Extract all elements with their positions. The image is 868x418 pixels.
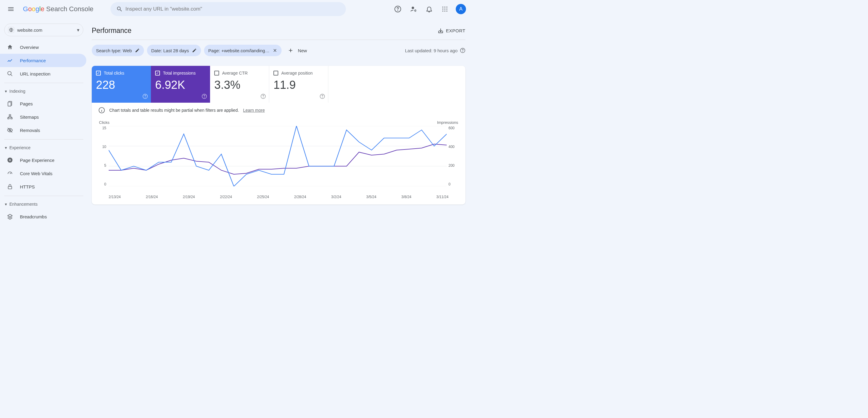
help-icon[interactable] <box>202 94 207 100</box>
sidebar-item-url-inspection[interactable]: URL inspection <box>0 67 86 80</box>
help-icon[interactable] <box>320 94 325 100</box>
group-label: Enhancements <box>9 202 37 207</box>
performance-card: Total clicks 228 Total impressions 6.92K <box>92 66 465 205</box>
svg-rect-18 <box>8 118 9 119</box>
svg-point-4 <box>442 7 443 7</box>
help-icon[interactable] <box>143 94 148 100</box>
help-button[interactable] <box>391 2 405 16</box>
nav-group-experience[interactable]: ▾ Experience <box>0 142 88 153</box>
property-selector[interactable]: website.com ▾ <box>4 24 83 36</box>
search-icon <box>7 71 13 77</box>
svg-point-28 <box>204 97 205 97</box>
chart: Clicks Impressions 15 10 5 0 600 400 200… <box>92 116 465 205</box>
plus-icon <box>288 48 294 54</box>
filter-page[interactable]: Page: +website.com/landing… <box>204 45 282 56</box>
metric-value: 11.9 <box>273 79 324 91</box>
group-label: Indexing <box>9 89 25 94</box>
chart-line-icon <box>7 57 13 63</box>
page-title: Performance <box>92 27 132 35</box>
sidebar-item-label: Overview <box>20 45 39 50</box>
app-logo[interactable]: Google Search Console <box>21 5 96 13</box>
avatar[interactable]: A <box>456 4 466 14</box>
pencil-icon <box>135 48 140 53</box>
x-tick: 3/5/24 <box>366 195 376 199</box>
svg-rect-22 <box>8 186 12 189</box>
y-right-label: Impressions <box>437 120 458 125</box>
main-content: Performance EXPORT Search type: Web Date… <box>88 18 470 223</box>
export-button[interactable]: EXPORT <box>438 28 465 34</box>
url-search[interactable] <box>111 2 346 16</box>
pages-icon <box>7 100 13 107</box>
info-text: Chart totals and table results might be … <box>109 108 239 113</box>
users-button[interactable] <box>406 2 421 16</box>
notifications-button[interactable] <box>422 2 436 16</box>
x-tick: 2/19/24 <box>183 195 195 199</box>
filter-search-type[interactable]: Search type: Web <box>92 45 144 56</box>
sidebar-item-https[interactable]: HTTPS <box>0 180 86 193</box>
help-icon[interactable] <box>260 94 266 100</box>
apps-button[interactable] <box>438 2 452 16</box>
gauge-icon <box>7 170 13 176</box>
new-label: New <box>298 48 307 53</box>
divider <box>4 83 83 83</box>
svg-rect-19 <box>11 118 12 119</box>
export-label: EXPORT <box>446 28 465 33</box>
svg-point-26 <box>145 97 146 97</box>
sidebar-item-label: Page Experience <box>20 158 54 163</box>
metric-ctr[interactable]: Average CTR 3.3% <box>210 66 269 103</box>
sidebar-item-sitemaps[interactable]: Sitemaps <box>0 110 86 123</box>
svg-point-6 <box>446 7 447 7</box>
menu-button[interactable] <box>4 2 18 16</box>
svg-rect-17 <box>9 115 11 116</box>
metric-label: Average CTR <box>222 71 248 76</box>
lock-icon <box>7 184 13 190</box>
y-right-axis: 600 400 200 0 <box>448 126 459 186</box>
svg-point-11 <box>444 10 445 11</box>
sidebar-item-removals[interactable]: Removals <box>0 123 86 137</box>
close-icon[interactable] <box>273 48 277 53</box>
metric-label: Average position <box>281 71 313 76</box>
x-tick: 2/13/24 <box>108 195 121 199</box>
learn-more-link[interactable]: Learn more <box>243 108 265 113</box>
x-tick: 3/2/24 <box>331 195 341 199</box>
sidebar-item-label: Performance <box>20 58 46 63</box>
sidebar-item-overview[interactable]: Overview <box>0 40 86 54</box>
search-icon <box>114 6 126 12</box>
sidebar: website.com ▾ Overview Performance URL i… <box>0 18 88 223</box>
svg-point-14 <box>8 71 11 75</box>
sidebar-item-label: Pages <box>20 101 33 106</box>
filter-date[interactable]: Date: Last 28 days <box>147 45 201 56</box>
chart-plot[interactable] <box>108 126 447 186</box>
nav-group-indexing[interactable]: ▾ Indexing <box>0 86 88 97</box>
eye-off-icon <box>7 127 13 133</box>
pencil-icon <box>192 48 197 53</box>
chip-label: Date: Last 28 days <box>151 48 189 53</box>
help-icon[interactable] <box>460 48 465 53</box>
sidebar-item-label: HTTPS <box>20 184 35 189</box>
metric-value: 3.3% <box>214 79 265 91</box>
sidebar-item-breadcrumbs[interactable]: Breadcrumbs <box>0 210 86 223</box>
x-tick: 2/28/24 <box>294 195 306 199</box>
metric-position[interactable]: Average position 11.9 <box>269 66 329 103</box>
sidebar-item-label: Core Web Vitals <box>20 171 53 176</box>
svg-point-10 <box>442 10 443 11</box>
metric-impressions[interactable]: Total impressions 6.92K <box>151 66 210 103</box>
svg-point-3 <box>415 10 416 11</box>
chevron-down-icon: ▾ <box>5 202 7 207</box>
sidebar-item-label: Removals <box>20 128 40 133</box>
bell-icon <box>426 5 433 13</box>
last-updated: Last updated: 9 hours ago <box>405 48 465 53</box>
sidebar-item-pages[interactable]: Pages <box>0 97 86 110</box>
sidebar-item-page-experience[interactable]: Page Experience <box>0 153 86 167</box>
add-filter-button[interactable]: New <box>285 45 310 56</box>
sidebar-item-core-web-vitals[interactable]: Core Web Vitals <box>0 167 86 180</box>
home-icon <box>7 44 13 50</box>
y-left-axis: 15 10 5 0 <box>98 126 106 186</box>
search-input[interactable] <box>126 6 343 12</box>
svg-rect-16 <box>8 102 11 106</box>
x-tick: 2/16/24 <box>146 195 158 199</box>
y-left-label: Clicks <box>99 120 110 125</box>
nav-group-enhancements[interactable]: ▾ Enhancements <box>0 199 88 210</box>
metric-clicks[interactable]: Total clicks 228 <box>92 66 151 103</box>
sidebar-item-performance[interactable]: Performance <box>0 54 86 67</box>
